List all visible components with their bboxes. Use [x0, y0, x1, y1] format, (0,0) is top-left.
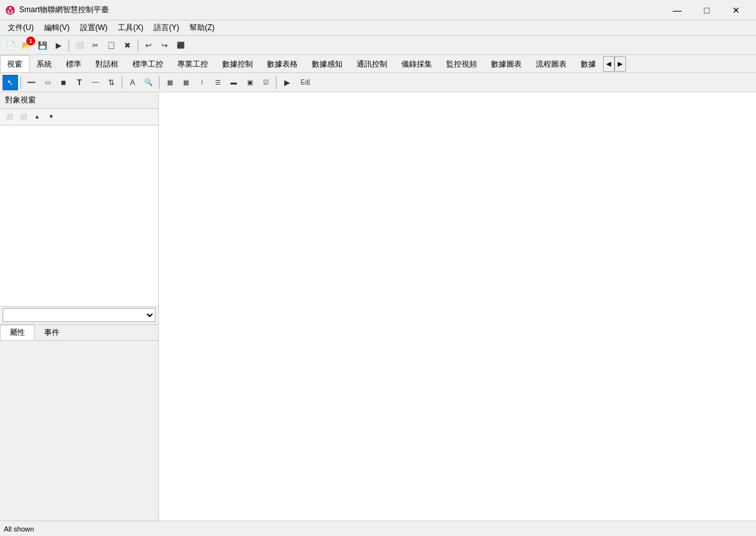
object-tree-area: [0, 126, 158, 307]
svg-point-5: [11, 12, 13, 13]
properties-area: [0, 341, 158, 521]
group-button[interactable]: ⬛: [173, 38, 188, 53]
arrows-tool[interactable]: ⇅: [104, 75, 119, 90]
tab-standard[interactable]: 標準: [59, 55, 88, 72]
menu-settings[interactable]: 設置(W): [75, 20, 113, 35]
fillrect-tool[interactable]: ◼: [56, 75, 71, 90]
bars-tool[interactable]: ▬: [226, 75, 241, 90]
tab-system[interactable]: 系統: [29, 55, 59, 72]
edit2-tool[interactable]: Ed|: [295, 75, 316, 90]
zoom-tool[interactable]: 🔍: [141, 75, 156, 90]
left-panel: 對象視窗 ⬜ ⬜ ▲ ▼ 屬性 事件: [0, 92, 159, 521]
obj-down-button[interactable]: ▼: [45, 111, 58, 124]
title-bar-controls: — □ ✕: [663, 0, 751, 20]
svg-point-4: [8, 12, 10, 13]
menu-tools[interactable]: 工具(X): [113, 20, 149, 35]
object-view-header: 對象視窗: [0, 92, 158, 109]
separator-6: [276, 76, 277, 89]
rect-tool[interactable]: ▭: [40, 75, 55, 90]
tab-flowchart[interactable]: 流程圖表: [529, 55, 574, 72]
separator-4: [122, 76, 122, 89]
redo-button[interactable]: ↪: [157, 38, 172, 53]
tab-dialog[interactable]: 對話框: [88, 55, 125, 72]
obj-copy-button[interactable]: ⬜: [3, 111, 15, 124]
tab-events[interactable]: 事件: [35, 325, 69, 340]
copy-obj-button[interactable]: ⬜: [72, 38, 87, 53]
cut-button[interactable]: ✂: [88, 38, 103, 53]
obj-del-button[interactable]: ⬜: [17, 111, 29, 124]
app-icon: [5, 5, 15, 15]
run-button[interactable]: ▶: [51, 38, 66, 53]
open-badge: 1: [26, 37, 35, 45]
separator-2: [138, 39, 138, 52]
tab-datachart[interactable]: 數據圖表: [484, 55, 529, 72]
play2-tool[interactable]: ▶: [279, 75, 294, 90]
svg-point-2: [8, 10, 10, 12]
canvas-area[interactable]: [159, 92, 756, 521]
hgrid-tool[interactable]: ☰: [210, 75, 225, 90]
tab-bar: 視窗 系統 標準 對話框 標準工控 專業工控 數據控制 數據表格 數據感知 通訊…: [0, 55, 756, 73]
open-button[interactable]: 📂 1: [19, 38, 34, 53]
tab-logcollect[interactable]: 儀錄採集: [394, 55, 439, 72]
panel-tool[interactable]: ▣: [242, 75, 257, 90]
object-tree-toolbar: ⬜ ⬜ ▲ ▼: [0, 109, 158, 126]
maximize-button[interactable]: □: [692, 0, 721, 20]
tab-nav-prev[interactable]: ◀: [603, 56, 615, 72]
toolbar-main: 📄 📂 1 💾 ▶ ⬜ ✂ 📋 ✖ ↩ ↪ ⬛: [0, 36, 756, 55]
toolbar-drawing: ↖ ━━ ▭ ◼ T ╌╌ ⇅ A 🔍 ▦ ▦ ⁞ ☰ ▬ ▣ ☑: [0, 73, 756, 92]
title-bar: Smart物聯網智慧控制平臺 — □ ✕: [0, 0, 756, 20]
dashes-tool[interactable]: ╌╌: [88, 75, 103, 90]
hline-tool[interactable]: ━━: [24, 75, 39, 90]
new-button[interactable]: 📄: [3, 38, 18, 53]
menu-language[interactable]: 語言(Y): [149, 20, 184, 35]
panel-dropdown-row: [0, 307, 158, 325]
separator-3: [20, 76, 21, 89]
menu-bar: 文件(U) 編輯(V) 設置(W) 工具(X) 語言(Y) 幫助(Z): [0, 20, 756, 36]
obj-up-button[interactable]: ▲: [31, 111, 44, 124]
tab-monvideo[interactable]: 監控視頻: [439, 55, 484, 72]
text-tool[interactable]: T: [72, 75, 87, 90]
svg-point-3: [12, 10, 13, 12]
minimize-button[interactable]: —: [663, 0, 692, 20]
tab-datatbl[interactable]: 數據表格: [260, 55, 305, 72]
tab-specctrl[interactable]: 專業工控: [170, 55, 215, 72]
svg-point-1: [9, 7, 12, 10]
save-button[interactable]: 💾: [35, 38, 50, 53]
undo-button[interactable]: ↩: [141, 38, 156, 53]
object-dropdown[interactable]: [3, 308, 156, 322]
paste-button[interactable]: 📋: [104, 38, 119, 53]
window-title: Smart物聯網智慧控制平臺: [19, 4, 109, 15]
tab-data2[interactable]: 數據: [574, 55, 603, 72]
tab-properties[interactable]: 屬性: [0, 325, 35, 340]
object-view-title: 對象視窗: [5, 95, 36, 106]
status-text: All shown: [4, 525, 34, 533]
label-tool[interactable]: A: [125, 75, 140, 90]
tab-nav-next[interactable]: ▶: [615, 56, 626, 72]
separator-5: [159, 76, 159, 89]
separator-1: [68, 39, 69, 52]
close-button[interactable]: ✕: [721, 0, 751, 20]
title-bar-left: Smart物聯網智慧控制平臺: [5, 4, 109, 15]
tab-stdctrl[interactable]: 標準工控: [125, 55, 170, 72]
delete-button[interactable]: ✖: [120, 38, 135, 53]
check-tool[interactable]: ☑: [258, 75, 273, 90]
menu-file[interactable]: 文件(U): [3, 20, 39, 35]
tab-commctrl[interactable]: 通訊控制: [350, 55, 394, 72]
pointer-tool[interactable]: ↖: [3, 75, 18, 90]
main-layout: 對象視窗 ⬜ ⬜ ▲ ▼ 屬性 事件: [0, 92, 756, 521]
menu-edit[interactable]: 編輯(V): [39, 20, 75, 35]
props-tabs: 屬性 事件: [0, 325, 158, 341]
dots-tool[interactable]: ⁞: [194, 75, 209, 90]
menu-help[interactable]: 幫助(Z): [184, 20, 220, 35]
status-bar: All shown: [0, 521, 756, 536]
grid1-tool[interactable]: ▦: [162, 75, 177, 90]
grid2-tool[interactable]: ▦: [178, 75, 193, 90]
tab-datasense[interactable]: 數據感知: [305, 55, 350, 72]
tab-view[interactable]: 視窗: [0, 55, 29, 72]
tab-datactrl[interactable]: 數據控制: [215, 55, 260, 72]
